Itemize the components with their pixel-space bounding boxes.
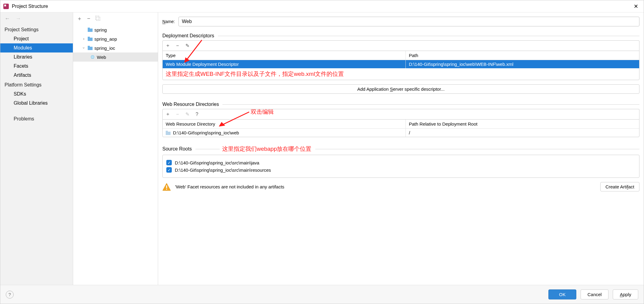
module-tree-panel: ＋ − ⿻ spring › spring_aop › spr bbox=[73, 12, 158, 285]
svg-rect-7 bbox=[88, 46, 90, 47]
svg-rect-5 bbox=[88, 37, 90, 38]
cell-rel: / bbox=[406, 129, 639, 137]
add-icon[interactable]: ＋ bbox=[165, 111, 171, 117]
tree-label: spring bbox=[94, 27, 107, 32]
add-module-icon[interactable]: ＋ bbox=[77, 15, 82, 22]
annotation-webapp: 这里指定我们webapp放在哪个位置 bbox=[222, 145, 312, 153]
add-server-descriptor-button[interactable]: Add Application Server specific descript… bbox=[162, 84, 639, 94]
annotation-double-click: 双击编辑 bbox=[251, 108, 274, 116]
col-dir: Web Resource Directory bbox=[163, 120, 406, 129]
edit-icon[interactable]: ✎ bbox=[185, 43, 190, 49]
svg-rect-17 bbox=[166, 189, 167, 190]
web-resource-dir-row[interactable]: D:\140-Git\spring\spring_ioc\web / bbox=[163, 129, 639, 137]
titlebar: Project Structure ✕ bbox=[0, 0, 644, 12]
apply-button[interactable]: Apply bbox=[613, 289, 638, 299]
nav-facets[interactable]: Facets bbox=[0, 62, 73, 71]
facet-config-panel: Name: Deployment Descriptors ＋ − ✎ Type … bbox=[158, 12, 644, 285]
annotation-deploy: 这里指定生成WEB-INF文件目录以及子文件，指定web.xml文件的位置 bbox=[166, 71, 344, 77]
name-label: Name: bbox=[162, 19, 175, 24]
checkbox-checked-icon[interactable]: ✓ bbox=[166, 160, 172, 165]
web-resource-dirs-table: Web Resource Directory Path Relative to … bbox=[163, 120, 639, 137]
remove-module-icon[interactable]: − bbox=[87, 15, 90, 22]
nav-problems[interactable]: Problems bbox=[0, 114, 73, 123]
source-roots-box: ✓ D:\140-Git\spring\spring_ioc\src\main\… bbox=[162, 155, 639, 178]
add-icon[interactable]: ＋ bbox=[165, 42, 171, 49]
nav-back-icon[interactable]: ← bbox=[5, 15, 10, 22]
nav-libraries[interactable]: Libraries bbox=[0, 52, 73, 62]
source-root-row[interactable]: ✓ D:\140-Git\spring\spring_ioc\src\main\… bbox=[166, 167, 636, 173]
tree-label: spring_ioc bbox=[94, 46, 115, 51]
tree-item-spring[interactable]: spring bbox=[73, 25, 158, 34]
nav-project[interactable]: Project bbox=[0, 34, 73, 43]
source-root-path: D:\140-Git\spring\spring_ioc\src\main\re… bbox=[175, 167, 271, 173]
remove-icon[interactable]: − bbox=[175, 112, 180, 117]
facet-name-input[interactable] bbox=[178, 17, 639, 26]
nav-modules[interactable]: Modules bbox=[0, 43, 73, 52]
nav-forward-icon[interactable]: → bbox=[15, 15, 21, 22]
svg-rect-12 bbox=[166, 131, 168, 132]
tree-item-web[interactable]: Web bbox=[73, 52, 158, 62]
source-root-path: D:\140-Git\spring\spring_ioc\src\main\ja… bbox=[175, 160, 259, 165]
section-platform-settings: Platform Settings bbox=[0, 80, 73, 90]
deploy-descriptor-row[interactable]: Web Module Deployment Descriptor D:\140-… bbox=[163, 60, 639, 69]
remove-icon[interactable]: − bbox=[175, 43, 180, 49]
deployment-descriptors-label: Deployment Descriptors bbox=[162, 33, 214, 39]
app-icon bbox=[3, 4, 9, 9]
svg-rect-16 bbox=[166, 185, 167, 188]
module-folder-icon bbox=[88, 37, 93, 41]
web-resource-dirs-label: Web Resource Directories bbox=[162, 102, 219, 107]
window-title: Project Structure bbox=[12, 4, 631, 9]
nav-artifacts[interactable]: Artifacts bbox=[0, 71, 73, 80]
ok-button[interactable]: OK bbox=[548, 289, 576, 299]
col-path: Path bbox=[406, 51, 639, 60]
col-type: Type bbox=[163, 51, 406, 60]
module-folder-icon bbox=[88, 28, 93, 32]
deploy-descriptors-table: Type Path Web Module Deployment Descript… bbox=[163, 51, 639, 80]
module-folder-icon bbox=[88, 46, 93, 50]
help-icon[interactable]: ? bbox=[6, 291, 14, 299]
warning-text: 'Web' Facet resources are not included i… bbox=[175, 184, 596, 189]
edit-icon[interactable]: ✎ bbox=[185, 111, 190, 117]
svg-rect-3 bbox=[88, 28, 90, 29]
checkbox-checked-icon[interactable]: ✓ bbox=[166, 167, 172, 173]
tree-item-spring-ioc[interactable]: › spring_ioc bbox=[73, 43, 158, 52]
svg-rect-1 bbox=[4, 5, 6, 6]
cell-dir: D:\140-Git\spring\spring_ioc\web bbox=[173, 130, 239, 135]
help-icon[interactable]: ? bbox=[194, 112, 200, 117]
dialog-footer: ? OK Cancel Apply bbox=[0, 285, 644, 304]
warning-icon bbox=[162, 183, 171, 191]
web-facet-icon bbox=[90, 55, 95, 59]
tree-item-spring-aop[interactable]: › spring_aop bbox=[73, 34, 158, 43]
source-roots-label: Source Roots bbox=[162, 146, 192, 152]
copy-module-icon[interactable]: ⿻ bbox=[95, 15, 101, 22]
col-rel: Path Relative to Deployment Root bbox=[406, 120, 639, 129]
source-root-row[interactable]: ✓ D:\140-Git\spring\spring_ioc\src\main\… bbox=[166, 160, 636, 165]
tree-label: spring_aop bbox=[94, 36, 117, 42]
left-nav: ← → Project Settings Project Modules Lib… bbox=[0, 12, 73, 285]
nav-global-libraries[interactable]: Global Libraries bbox=[0, 99, 73, 108]
create-artifact-button[interactable]: Create Artifact bbox=[600, 182, 639, 191]
project-structure-dialog: Project Structure ✕ ← → Project Settings… bbox=[0, 0, 644, 304]
section-project-settings: Project Settings bbox=[0, 25, 73, 34]
folder-icon bbox=[166, 131, 171, 135]
cell-type: Web Module Deployment Descriptor bbox=[163, 60, 406, 69]
webres-toolbar: ＋ − ✎ ? bbox=[162, 109, 639, 119]
close-icon[interactable]: ✕ bbox=[631, 2, 641, 11]
cell-path: D:\140-Git\spring\spring_ioc\web\WEB-INF… bbox=[406, 60, 639, 69]
cancel-button[interactable]: Cancel bbox=[581, 289, 609, 299]
nav-sdks[interactable]: SDKs bbox=[0, 90, 73, 99]
deploy-toolbar: ＋ − ✎ bbox=[162, 40, 639, 51]
tree-label: Web bbox=[97, 55, 106, 60]
